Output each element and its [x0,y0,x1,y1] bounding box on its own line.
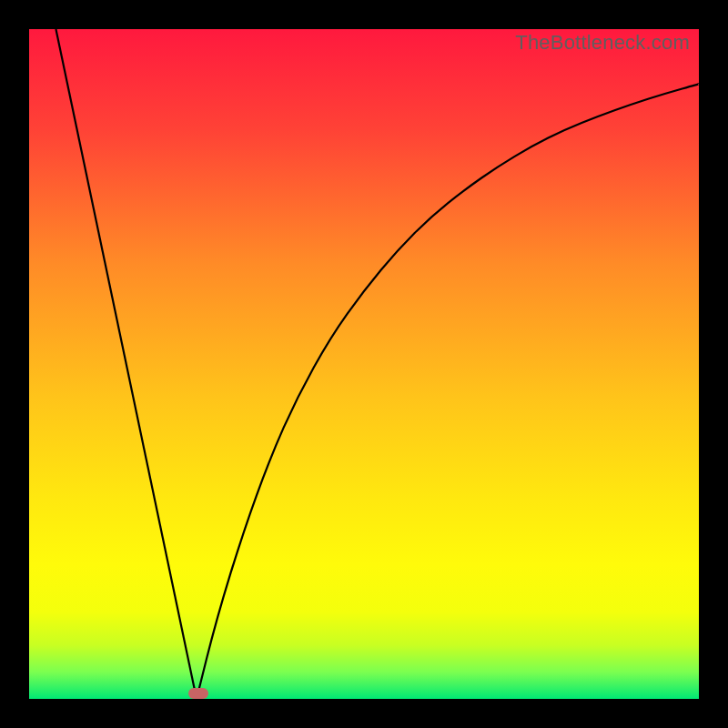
optimal-point-marker [188,688,208,699]
plot-area: TheBottleneck.com [29,29,699,699]
watermark-text: TheBottleneck.com [515,31,690,55]
chart-frame: TheBottleneck.com [0,0,728,728]
bottleneck-curve [29,29,699,699]
